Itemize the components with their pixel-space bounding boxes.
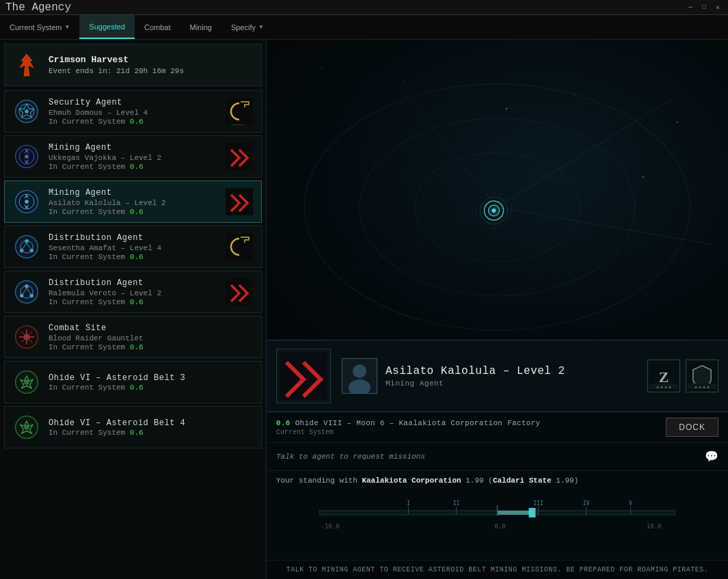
titlebar: The Agency — □ ✕ xyxy=(0,0,728,15)
distribution-agent-icon-2 xyxy=(12,277,42,307)
event-icon xyxy=(12,50,42,80)
svg-text:-10.0: -10.0 xyxy=(321,523,340,530)
item-subtitle: Sesentha Amafat – Level 4 xyxy=(49,244,217,252)
mining-agent-icon-2 xyxy=(12,187,42,217)
item-location: In Current System 0.6 xyxy=(49,343,254,351)
item-location: In Current System 0.6 xyxy=(49,383,254,392)
close-button[interactable]: ✕ xyxy=(713,3,723,12)
list-item[interactable]: Security Agent Ehmuh Domous – Level 4 In… xyxy=(4,90,262,133)
svg-line-47 xyxy=(404,94,497,207)
standing-text: Your standing with Kaalakiota Corporatio… xyxy=(276,476,718,485)
detail-location: 0.6 Ohide VIII – Moon 6 – Kaalakiota Cor… xyxy=(267,412,728,443)
item-info: Ohide VI – Asteroid Belt 4 In Current Sy… xyxy=(49,418,254,437)
event-timer: Event ends in: 21d 20h 16m 29s xyxy=(49,67,184,75)
chevron-down-icon: ▼ xyxy=(64,24,70,30)
detail-header: Asilato Kalolula – Level 2 Mining Agent … xyxy=(267,340,728,412)
svg-line-46 xyxy=(498,207,714,245)
event-info: Crimson Harvest Event ends in: 21d 20h 1… xyxy=(49,55,184,75)
nav-mining[interactable]: Mining xyxy=(180,15,221,39)
svg-point-19 xyxy=(30,249,33,252)
item-corp-logo: IMPERIAL SHIPMENT xyxy=(224,96,254,126)
distribution-agent-icon xyxy=(12,232,42,262)
navbar: Current System ▼ Suggested Combat Mining… xyxy=(0,15,728,40)
list-item[interactable]: Combat Site Blood Raider Gauntlet In Cur… xyxy=(4,316,262,358)
item-info: Mining Agent Asilato Kalolula – Level 2 … xyxy=(49,188,217,216)
list-item[interactable]: Distribution Agent Ralemula Veroto – Lev… xyxy=(4,271,262,313)
svg-text:Z: Z xyxy=(659,368,669,386)
app-title: The Agency xyxy=(5,1,71,14)
list-item-selected[interactable]: Mining Agent Asilato Kalolula – Level 2 … xyxy=(4,180,262,223)
nav-suggested[interactable]: Suggested xyxy=(79,15,135,39)
asteroid-belt-icon xyxy=(12,367,42,397)
svg-point-24 xyxy=(16,281,38,304)
item-subtitle: Asilato Kalolula – Level 2 xyxy=(49,199,217,207)
location-info: 0.6 Ohide VIII – Moon 6 – Kaalakiota Cor… xyxy=(276,419,540,436)
left-panel: Crimson Harvest Event ends in: 21d 20h 1… xyxy=(0,40,267,579)
mining-agent-icon xyxy=(12,142,42,172)
shield-badge: ● ● ● ● xyxy=(686,360,718,392)
window-controls: — □ ✕ xyxy=(686,3,723,12)
list-item[interactable]: Distribution Agent Sesentha Amafat – Lev… xyxy=(4,226,262,268)
svg-text:III: III xyxy=(533,500,543,507)
item-type: Ohide VI – Asteroid Belt 3 xyxy=(49,373,254,383)
right-panel: Asilato Kalolula – Level 2 Mining Agent … xyxy=(267,40,728,579)
nav-current-system[interactable]: Current System ▼ xyxy=(0,15,79,39)
svg-text:V: V xyxy=(629,500,632,507)
security-agent-icon xyxy=(12,96,42,126)
asteroid-belt-icon-2 xyxy=(12,412,42,442)
item-type: Security Agent xyxy=(49,98,217,107)
svg-text:IMPERIAL: IMPERIAL xyxy=(231,124,247,125)
nav-combat[interactable]: Combat xyxy=(135,15,180,39)
item-corp-logo xyxy=(224,142,254,172)
standing-bar-container: I II III IV V -10.0 0.0 10.0 xyxy=(276,490,718,531)
item-info: Distribution Agent Ralemula Veroto – Lev… xyxy=(49,278,217,306)
list-item[interactable]: Ohide VI – Asteroid Belt 3 In Current Sy… xyxy=(4,361,262,403)
svg-point-51 xyxy=(491,208,496,213)
item-subtitle: Ehmuh Domous – Level 4 xyxy=(49,109,217,117)
item-location: In Current System 0.6 xyxy=(49,253,217,261)
restore-button[interactable]: □ xyxy=(699,3,709,12)
dock-button[interactable]: DOCK xyxy=(666,418,718,437)
svg-point-27 xyxy=(30,294,33,297)
svg-text:II: II xyxy=(453,500,460,507)
svg-text:10.0: 10.0 xyxy=(647,523,662,530)
svg-text:0.0: 0.0 xyxy=(495,523,506,530)
item-subtitle: Ukkegas Vajokka – Level 2 xyxy=(49,154,217,162)
svg-point-56 xyxy=(353,364,366,378)
item-location: In Current System 0.6 xyxy=(49,298,217,306)
item-type: Mining Agent xyxy=(49,188,217,198)
nav-specify[interactable]: Specify ▼ xyxy=(221,15,273,39)
svg-rect-66 xyxy=(498,511,533,515)
svg-point-41 xyxy=(24,425,29,429)
item-subtitle: Ralemula Veroto – Level 2 xyxy=(49,289,217,297)
agent-badges: Z ● ● ● ● ● ● ● ● xyxy=(647,360,718,392)
zkillboard-badge: Z ● ● ● ● xyxy=(647,360,680,392)
minimize-button[interactable]: — xyxy=(686,3,695,12)
svg-point-28 xyxy=(20,294,23,297)
item-info: Mining Agent Ukkegas Vajokka – Level 2 I… xyxy=(49,143,217,171)
chat-icon: 💬 xyxy=(705,450,718,463)
list-item[interactable]: Ohide VI – Asteroid Belt 4 In Current Sy… xyxy=(4,406,262,448)
svg-point-10 xyxy=(25,154,28,158)
detail-panel: Asilato Kalolula – Level 2 Mining Agent … xyxy=(267,340,728,579)
event-banner[interactable]: Crimson Harvest Event ends in: 21d 20h 1… xyxy=(4,44,262,86)
svg-rect-78 xyxy=(529,508,536,517)
svg-point-39 xyxy=(24,379,29,384)
standing-section: Your standing with Kaalakiota Corporatio… xyxy=(267,471,728,535)
svg-point-4 xyxy=(25,109,28,113)
item-info: Combat Site Blood Raider Gauntlet In Cur… xyxy=(49,323,254,351)
corp-logo-large xyxy=(276,349,331,403)
item-type: Distribution Agent xyxy=(49,233,217,243)
main-content: Crimson Harvest Event ends in: 21d 20h 1… xyxy=(0,40,728,579)
item-type: Ohide VI – Asteroid Belt 4 xyxy=(49,418,254,428)
nav-combat-label: Combat xyxy=(144,23,171,31)
item-info: Distribution Agent Sesentha Amafat – Lev… xyxy=(49,233,217,261)
svg-text:IV: IV xyxy=(583,500,590,507)
agent-header-info: Asilato Kalolula – Level 2 Mining Agent xyxy=(386,365,647,388)
list-item[interactable]: Mining Agent Ukkegas Vajokka – Level 2 I… xyxy=(4,135,262,178)
item-location: In Current System 0.6 xyxy=(49,208,217,216)
talk-text: Talk to agent to request missions xyxy=(276,453,425,461)
combat-site-icon xyxy=(12,322,42,352)
svg-point-14 xyxy=(25,200,28,203)
item-info: Ohide VI – Asteroid Belt 3 In Current Sy… xyxy=(49,373,254,392)
